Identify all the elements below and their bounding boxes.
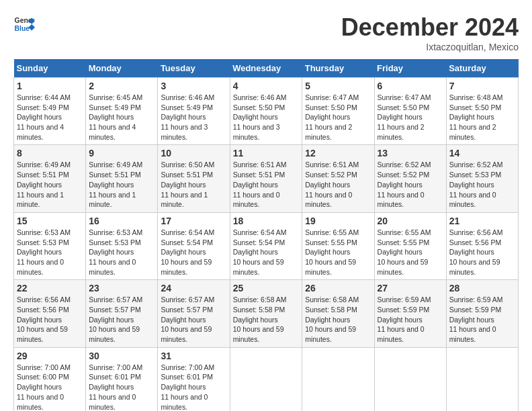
table-row: 6Sunrise: 6:47 AMSunset: 5:50 PMDaylight… [374,78,446,145]
day-number: 22 [17,283,83,293]
day-info: Sunrise: 6:49 AMSunset: 5:51 PMDaylight … [89,160,154,209]
day-number: 21 [449,216,515,226]
day-number: 17 [161,216,226,226]
day-number: 26 [305,283,371,293]
day-info: Sunrise: 6:51 AMSunset: 5:51 PMDaylight … [233,160,300,209]
day-number: 5 [305,81,371,91]
col-sunday: Sunday [14,59,86,78]
day-info: Sunrise: 6:50 AMSunset: 5:51 PMDaylight … [161,160,226,209]
day-number: 13 [378,148,443,158]
day-info: Sunrise: 7:00 AMSunset: 6:01 PMDaylight … [89,363,154,411]
table-row: 23Sunrise: 6:57 AMSunset: 5:57 PMDayligh… [86,280,158,347]
day-number: 19 [305,216,371,226]
day-number: 6 [378,81,443,91]
day-number: 15 [17,216,83,226]
day-info: Sunrise: 6:58 AMSunset: 5:58 PMDaylight … [233,295,300,344]
day-info: Sunrise: 6:51 AMSunset: 5:52 PMDaylight … [305,160,371,209]
col-saturday: Saturday [446,59,518,78]
day-number: 1 [17,81,83,91]
day-number: 11 [233,148,300,158]
day-info: Sunrise: 6:59 AMSunset: 5:59 PMDaylight … [378,295,443,344]
day-info: Sunrise: 6:56 AMSunset: 5:56 PMDaylight … [17,295,83,344]
table-row: 17Sunrise: 6:54 AMSunset: 5:54 PMDayligh… [158,212,230,279]
table-row: 18Sunrise: 6:54 AMSunset: 5:54 PMDayligh… [230,212,302,279]
location: Ixtaczoquitlan, Mexico [341,42,519,52]
table-row: 28Sunrise: 6:59 AMSunset: 5:59 PMDayligh… [446,280,518,347]
title-block: December 2024 Ixtaczoquitlan, Mexico [341,13,519,52]
table-row: 5Sunrise: 6:47 AMSunset: 5:50 PMDaylight… [302,78,374,145]
day-number: 18 [233,216,300,226]
table-row [446,347,518,411]
table-row: 7Sunrise: 6:48 AMSunset: 5:50 PMDaylight… [446,78,518,145]
calendar-row: 8Sunrise: 6:49 AMSunset: 5:51 PMDaylight… [14,145,519,212]
table-row: 14Sunrise: 6:52 AMSunset: 5:53 PMDayligh… [446,145,518,212]
table-row: 12Sunrise: 6:51 AMSunset: 5:52 PMDayligh… [302,145,374,212]
col-friday: Friday [374,59,446,78]
day-info: Sunrise: 7:00 AMSunset: 6:01 PMDaylight … [161,363,226,411]
day-number: 3 [161,81,226,91]
table-row: 26Sunrise: 6:58 AMSunset: 5:58 PMDayligh… [302,280,374,347]
day-number: 8 [17,148,83,158]
table-row: 1Sunrise: 6:44 AMSunset: 5:49 PMDaylight… [14,78,86,145]
table-row: 8Sunrise: 6:49 AMSunset: 5:51 PMDaylight… [14,145,86,212]
day-info: Sunrise: 6:45 AMSunset: 5:49 PMDaylight … [89,93,154,142]
table-row: 29Sunrise: 7:00 AMSunset: 6:00 PMDayligh… [14,347,86,411]
calendar-header-row: Sunday Monday Tuesday Wednesday Thursday… [14,59,519,78]
col-wednesday: Wednesday [230,59,302,78]
table-row: 21Sunrise: 6:56 AMSunset: 5:56 PMDayligh… [446,212,518,279]
table-row: 13Sunrise: 6:52 AMSunset: 5:52 PMDayligh… [374,145,446,212]
calendar-row: 22Sunrise: 6:56 AMSunset: 5:56 PMDayligh… [14,280,519,347]
calendar-row: 15Sunrise: 6:53 AMSunset: 5:53 PMDayligh… [14,212,519,279]
table-row: 2Sunrise: 6:45 AMSunset: 5:49 PMDaylight… [86,78,158,145]
day-number: 30 [89,351,154,361]
table-row: 27Sunrise: 6:59 AMSunset: 5:59 PMDayligh… [374,280,446,347]
day-number: 14 [449,148,515,158]
day-number: 12 [305,148,371,158]
day-info: Sunrise: 6:49 AMSunset: 5:51 PMDaylight … [17,160,83,209]
svg-text:Blue: Blue [15,25,30,32]
logo: General Blue [13,13,38,35]
table-row: 10Sunrise: 6:50 AMSunset: 5:51 PMDayligh… [158,145,230,212]
table-row [230,347,302,411]
table-row: 30Sunrise: 7:00 AMSunset: 6:01 PMDayligh… [86,347,158,411]
day-number: 16 [89,216,154,226]
calendar-table: Sunday Monday Tuesday Wednesday Thursday… [13,59,519,411]
day-number: 28 [449,283,515,293]
table-row: 4Sunrise: 6:46 AMSunset: 5:50 PMDaylight… [230,78,302,145]
col-monday: Monday [86,59,158,78]
table-row: 24Sunrise: 6:57 AMSunset: 5:57 PMDayligh… [158,280,230,347]
day-number: 10 [161,148,226,158]
calendar-row: 1Sunrise: 6:44 AMSunset: 5:49 PMDaylight… [14,78,519,145]
day-info: Sunrise: 6:46 AMSunset: 5:49 PMDaylight … [161,93,226,142]
table-row [302,347,374,411]
day-info: Sunrise: 6:55 AMSunset: 5:55 PMDaylight … [378,228,443,277]
table-row: 15Sunrise: 6:53 AMSunset: 5:53 PMDayligh… [14,212,86,279]
col-thursday: Thursday [302,59,374,78]
day-info: Sunrise: 7:00 AMSunset: 6:00 PMDaylight … [17,363,83,411]
day-number: 23 [89,283,154,293]
day-number: 24 [161,283,226,293]
day-info: Sunrise: 6:58 AMSunset: 5:58 PMDaylight … [305,295,371,344]
table-row: 19Sunrise: 6:55 AMSunset: 5:55 PMDayligh… [302,212,374,279]
day-number: 7 [449,81,515,91]
logo-icon: General Blue [13,13,35,35]
page-header: General Blue December 2024 Ixtaczoquitla… [13,13,519,52]
day-info: Sunrise: 6:54 AMSunset: 5:54 PMDaylight … [233,228,300,277]
table-row: 25Sunrise: 6:58 AMSunset: 5:58 PMDayligh… [230,280,302,347]
day-info: Sunrise: 6:53 AMSunset: 5:53 PMDaylight … [17,228,83,277]
day-number: 20 [378,216,443,226]
day-info: Sunrise: 6:53 AMSunset: 5:53 PMDaylight … [89,228,154,277]
table-row: 16Sunrise: 6:53 AMSunset: 5:53 PMDayligh… [86,212,158,279]
day-info: Sunrise: 6:54 AMSunset: 5:54 PMDaylight … [161,228,226,277]
day-info: Sunrise: 6:52 AMSunset: 5:53 PMDaylight … [449,160,515,209]
table-row: 3Sunrise: 6:46 AMSunset: 5:49 PMDaylight… [158,78,230,145]
day-number: 29 [17,351,83,361]
table-row: 11Sunrise: 6:51 AMSunset: 5:51 PMDayligh… [230,145,302,212]
day-number: 31 [161,351,226,361]
day-number: 2 [89,81,154,91]
day-number: 25 [233,283,300,293]
table-row: 31Sunrise: 7:00 AMSunset: 6:01 PMDayligh… [158,347,230,411]
calendar-row: 29Sunrise: 7:00 AMSunset: 6:00 PMDayligh… [14,347,519,411]
day-info: Sunrise: 6:57 AMSunset: 5:57 PMDaylight … [161,295,226,344]
month-title: December 2024 [341,13,519,42]
